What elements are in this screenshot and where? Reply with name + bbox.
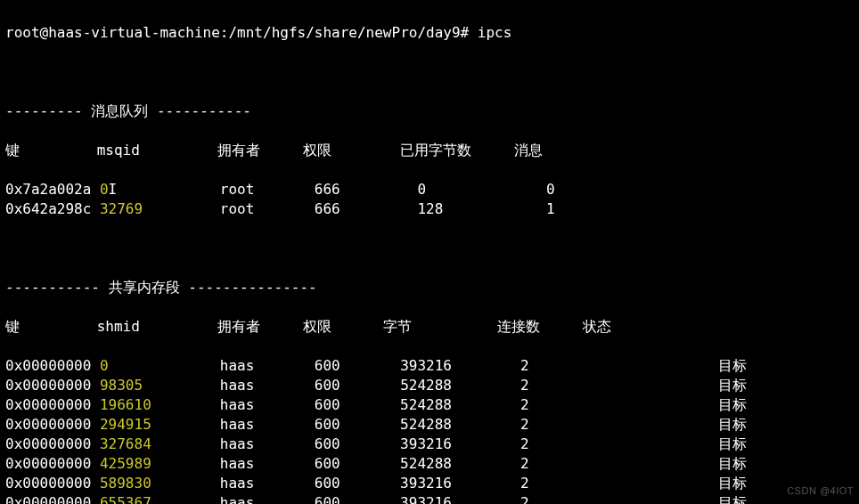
shm-shmid: 0 <box>100 357 109 374</box>
terminal[interactable]: root@haas-virtual-machine:/mnt/hgfs/shar… <box>0 0 859 504</box>
text-cursor-icon: I <box>109 181 118 198</box>
mq-header-line: --------- 消息队列 ----------- <box>5 102 854 121</box>
shm-shmid: 589830 <box>100 475 151 492</box>
shm-key: 0x00000000 <box>5 357 100 374</box>
shm-row: 0x00000000 327684 haas 600 393216 2 目标 <box>5 435 854 454</box>
mq-key: 0x642a298c <box>5 200 100 217</box>
command-text: ipcs <box>478 24 512 41</box>
shm-row: 0x00000000 98305 haas 600 524288 2 目标 <box>5 376 854 395</box>
mq-row: 0x642a298c 32769 root 666 128 1 <box>5 199 854 219</box>
shm-dashes-left: ----------- <box>5 279 100 296</box>
prompt-path: /mnt/hgfs/share/newPro/day9 <box>228 24 460 41</box>
mq-msqid: 32769 <box>100 200 143 217</box>
shm-row: 0x00000000 0 haas 600 393216 2 目标 <box>5 356 854 376</box>
shm-shmid: 98305 <box>100 377 143 394</box>
shm-row: 0x00000000 655367 haas 600 393216 2 目标 <box>5 493 854 504</box>
shm-key: 0x00000000 <box>5 494 100 504</box>
mq-title: 消息队列 <box>91 102 148 119</box>
shm-shmid: 327684 <box>100 435 151 452</box>
shm-row: 0x00000000 425989 haas 600 524288 2 目标 <box>5 454 854 474</box>
shm-row: 0x00000000 196610 haas 600 524288 2 目标 <box>5 395 854 415</box>
shm-key: 0x00000000 <box>5 475 100 492</box>
prompt-hash: # <box>461 24 478 41</box>
shm-row: 0x00000000 294915 haas 600 524288 2 目标 <box>5 415 854 435</box>
prompt-line[interactable]: root@haas-virtual-machine:/mnt/hgfs/shar… <box>5 23 854 43</box>
shm-shmid: 655367 <box>100 494 151 504</box>
shm-columns: 键 shmid 拥有者 权限 字节 连接数 状态 <box>5 317 854 337</box>
watermark: CSDN @4IOT <box>787 481 854 500</box>
shm-key: 0x00000000 <box>5 377 100 394</box>
mq-key: 0x7a2a002a <box>5 181 100 198</box>
blank-line-2 <box>5 239 854 258</box>
mq-columns: 键 msqid 拥有者 权限 已用字节数 消息 <box>5 141 854 160</box>
shm-shmid: 196610 <box>100 396 151 413</box>
blank-line <box>5 62 854 82</box>
shm-title: 共享内存段 <box>109 279 180 296</box>
shm-dashes-right: --------------- <box>188 279 317 296</box>
shm-row: 0x00000000 589830 haas 600 393216 2 目标 <box>5 474 854 493</box>
mq-dashes-left: --------- <box>5 102 83 119</box>
shm-key: 0x00000000 <box>5 435 100 452</box>
shm-key: 0x00000000 <box>5 396 100 413</box>
shm-header-line: ----------- 共享内存段 --------------- <box>5 278 854 297</box>
shm-key: 0x00000000 <box>5 416 100 433</box>
shm-shmid: 294915 <box>100 416 151 433</box>
mq-msqid: 0 <box>100 181 109 198</box>
prompt-user-host: root@haas-virtual-machine <box>5 24 220 41</box>
shm-shmid: 425989 <box>100 455 151 472</box>
mq-row: 0x7a2a002a 0I root 666 0 0 <box>5 180 854 199</box>
shm-key: 0x00000000 <box>5 455 100 472</box>
mq-dashes-right: ----------- <box>157 102 251 119</box>
